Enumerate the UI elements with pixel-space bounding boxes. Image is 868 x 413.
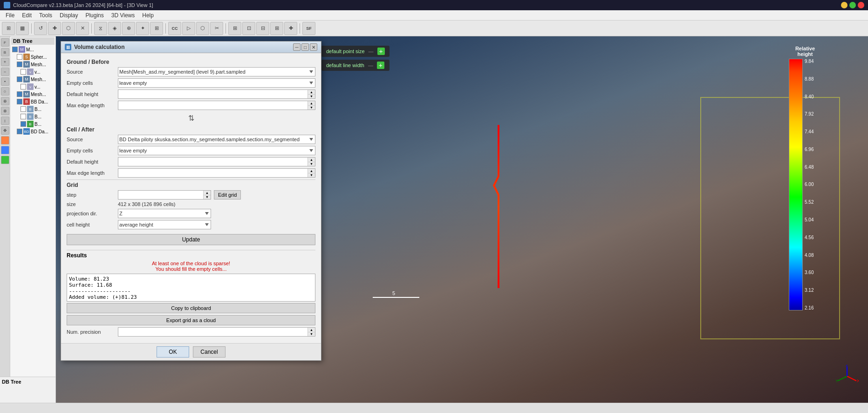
cell-empty-select[interactable]: leave empty: [118, 146, 315, 155]
tree-checkbox-6[interactable]: [17, 91, 22, 97]
update-button[interactable]: Update: [67, 234, 315, 245]
toolbar-btn-2[interactable]: ▦: [16, 22, 29, 35]
toolbar-btn-12[interactable]: CC: [168, 22, 181, 35]
tree-item-6[interactable]: M Mesh...: [11, 90, 55, 98]
icon-circle[interactable]: ○: [1, 87, 9, 96]
toolbar-btn-19[interactable]: ⊞: [270, 22, 283, 35]
close-button[interactable]: [858, 2, 864, 8]
export-cloud-button[interactable]: Export grid as a cloud: [67, 315, 315, 325]
tree-checkbox-2[interactable]: [17, 62, 22, 67]
toolbar-btn-16[interactable]: ⊞: [228, 22, 241, 35]
toolbar-btn-7[interactable]: ⧖: [94, 22, 107, 35]
tree-item-2[interactable]: M Mesh...: [11, 61, 55, 68]
tree-item-0[interactable]: M M...: [11, 46, 55, 53]
toolbar-btn-21[interactable]: SF: [302, 22, 315, 35]
ground-source-select[interactable]: Mesh[Mesh_asd.my_segmented] (level 9).pa…: [118, 67, 315, 76]
icon-minus[interactable]: −: [1, 68, 9, 76]
dialog-restore-btn[interactable]: □: [301, 43, 309, 51]
toolbar-btn-6[interactable]: ✕: [76, 22, 89, 35]
edit-grid-button[interactable]: Edit grid: [214, 190, 241, 200]
menu-display[interactable]: Display: [56, 11, 82, 20]
tree-item-11[interactable]: BD BD Da...: [11, 128, 55, 135]
ground-maxedge-up[interactable]: ▲: [308, 101, 315, 106]
icon-color3[interactable]: [1, 156, 9, 164]
toolbar-btn-5[interactable]: ⬡: [62, 22, 75, 35]
icon-dot[interactable]: •: [1, 77, 9, 86]
menu-3dviews[interactable]: 3D Views: [108, 11, 138, 20]
cell-defheight-input[interactable]: 20.000000: [118, 158, 308, 166]
cell-defheight-spinbox[interactable]: 20.000000 ▲ ▼: [118, 157, 315, 166]
tree-checkbox-0[interactable]: [12, 47, 18, 52]
tree-checkbox-10[interactable]: [21, 121, 26, 127]
tree-item-10[interactable]: B B...: [11, 120, 55, 128]
swap-arrows[interactable]: ⇅: [67, 112, 315, 124]
notif-line-plus[interactable]: +: [377, 62, 384, 69]
icon-front[interactable]: F: [1, 38, 9, 47]
toolbar-btn-8[interactable]: ◈: [108, 22, 121, 35]
copy-clipboard-button[interactable]: Copy to clipboard: [67, 303, 315, 313]
ground-empty-select[interactable]: leave empty: [118, 78, 315, 88]
ground-defheight-input[interactable]: 0.000000: [118, 90, 308, 98]
results-textarea[interactable]: Volume: 81.23 Surface: 11.68 -----------…: [67, 274, 315, 302]
dialog-close-btn[interactable]: ✕: [310, 43, 317, 51]
toolbar-btn-1[interactable]: ⊞: [2, 22, 15, 35]
num-precision-dn[interactable]: ▼: [308, 332, 315, 337]
menu-tools[interactable]: Tools: [35, 11, 56, 20]
tree-item-3[interactable]: v v...: [11, 68, 55, 76]
toolbar-btn-15[interactable]: ✂: [210, 22, 223, 35]
grid-step-input[interactable]: 0.050000: [118, 191, 203, 199]
grid-step-spinbox[interactable]: 0.050000 ▲ ▼: [118, 190, 211, 200]
tree-checkbox-7[interactable]: [17, 99, 22, 104]
toolbar-btn-13[interactable]: ▷: [182, 22, 195, 35]
num-precision-input[interactable]: 2: [118, 328, 308, 336]
cell-maxedge-input[interactable]: 20.000000: [118, 169, 308, 177]
cell-maxedge-up[interactable]: ▲: [308, 169, 315, 173]
tree-item-4[interactable]: M Mesh...: [11, 76, 55, 83]
icon-plus[interactable]: +: [1, 58, 9, 66]
tree-checkbox-8[interactable]: [21, 106, 26, 112]
cell-defheight-up[interactable]: ▲: [308, 158, 315, 162]
ground-maxedge-dn[interactable]: ▼: [308, 106, 315, 110]
tree-item-5[interactable]: v v...: [11, 83, 55, 90]
notif-point-plus[interactable]: +: [377, 48, 385, 55]
tree-checkbox-5[interactable]: [21, 84, 26, 89]
num-precision-up[interactable]: ▲: [308, 328, 315, 332]
menu-edit[interactable]: Edit: [18, 11, 35, 20]
ground-defheight-dn[interactable]: ▼: [308, 95, 315, 99]
icon-move[interactable]: ✥: [1, 126, 9, 135]
menu-help[interactable]: Help: [138, 11, 157, 20]
icon-arrow[interactable]: ↕: [1, 117, 9, 125]
cancel-button[interactable]: Cancel: [193, 346, 226, 358]
ground-maxedge-spinbox[interactable]: 20.000000 ▲ ▼: [118, 101, 315, 110]
ok-button[interactable]: OK: [157, 346, 189, 358]
toolbar-btn-20[interactable]: ✚: [284, 22, 297, 35]
tree-item-8[interactable]: B B...: [11, 105, 55, 113]
toolbar-btn-10[interactable]: ✦: [136, 22, 149, 35]
toolbar-btn-17[interactable]: ⊡: [242, 22, 255, 35]
minimize-button[interactable]: [841, 2, 847, 8]
menu-file[interactable]: File: [2, 11, 18, 20]
toolbar-btn-9[interactable]: ⊕: [122, 22, 135, 35]
tree-checkbox-3[interactable]: [21, 69, 26, 75]
dialog-titlebar[interactable]: ▦ Volume calculation ─ □ ✕: [61, 41, 321, 53]
icon-back[interactable]: B: [1, 48, 9, 56]
swap-icon[interactable]: ⇅: [188, 114, 194, 123]
dialog-minimize-btn[interactable]: ─: [293, 43, 301, 51]
tree-item-7[interactable]: B BB Da...: [11, 98, 55, 105]
cell-source-select[interactable]: BD Delta piloty skuska.section.my_segmen…: [118, 135, 315, 144]
maximize-button[interactable]: [849, 2, 856, 8]
toolbar-btn-4[interactable]: ✚: [48, 22, 61, 35]
icon-color1[interactable]: [1, 136, 9, 145]
num-precision-spinbox[interactable]: 2 ▲ ▼: [118, 327, 315, 337]
cell-defheight-dn[interactable]: ▼: [308, 162, 315, 166]
tree-checkbox-1[interactable]: [17, 54, 22, 60]
ground-maxedge-input[interactable]: 20.000000: [118, 101, 308, 110]
grid-cellheight-select[interactable]: average height: [118, 220, 211, 229]
tree-checkbox-4[interactable]: [17, 76, 22, 82]
icon-zoom[interactable]: ⊗: [1, 107, 9, 115]
ground-defheight-spinbox[interactable]: 0.000000 ▲ ▼: [118, 89, 315, 99]
tree-item-9[interactable]: B B...: [11, 113, 55, 120]
grid-projection-select[interactable]: Z: [118, 209, 211, 218]
tree-checkbox-11[interactable]: [17, 129, 22, 134]
tree-item-1[interactable]: S Spher...: [11, 53, 55, 61]
